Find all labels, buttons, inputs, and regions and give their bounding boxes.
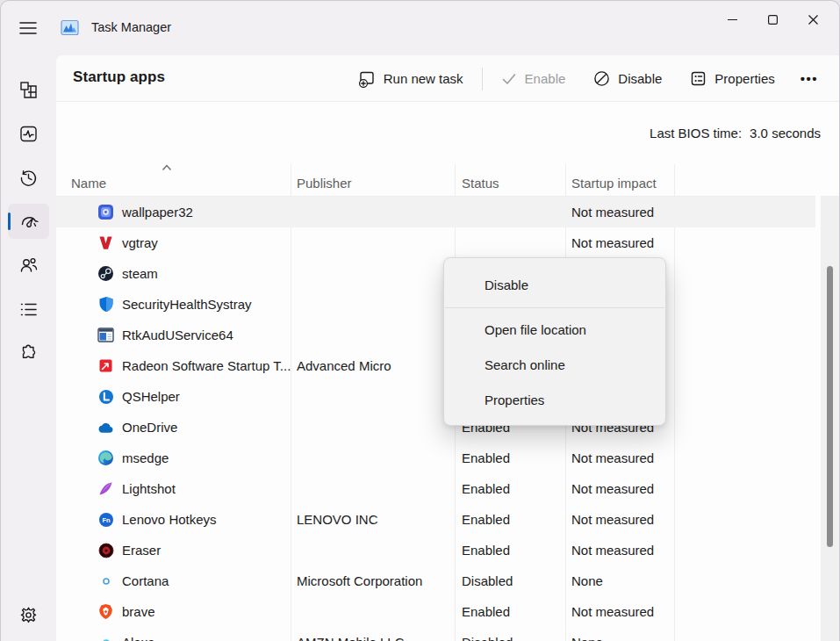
cell-startup-impact: Not measured [565, 205, 815, 220]
column-header-name[interactable]: Name [71, 176, 106, 191]
gear-icon [19, 606, 38, 624]
close-icon [808, 15, 818, 25]
properties-button[interactable]: Properties [680, 64, 784, 93]
table-row[interactable]: OneDriveEnabledNot measured [56, 412, 815, 443]
table-row[interactable]: steamNot measured [56, 258, 815, 289]
cell-name: OneDrive [56, 419, 291, 436]
sidebar-item-settings[interactable] [8, 597, 49, 632]
qshelper-icon [97, 388, 114, 405]
cell-startup-impact: Not measured [565, 512, 815, 527]
cell-name: Cortana [56, 573, 291, 589]
page-title: Startup apps [73, 68, 165, 86]
sort-ascending-icon [162, 164, 172, 171]
enable-button[interactable]: Enable [492, 65, 576, 93]
cell-status: Enabled [455, 604, 565, 619]
app-name: msedge [122, 450, 169, 465]
cell-name: brave [56, 603, 291, 620]
cell-status: Enabled [455, 543, 565, 558]
cell-status: Enabled [455, 481, 565, 496]
cell-startup-impact: Not measured [565, 543, 815, 558]
table-row[interactable]: msedgeEnabledNot measured [56, 443, 815, 473]
app-name: vgtray [122, 235, 158, 250]
sidebar-item-users[interactable] [8, 248, 49, 283]
table-row[interactable]: RtkAudUService64Not measured [56, 320, 815, 350]
run-new-task-button[interactable]: Run new task [348, 64, 473, 94]
brave-icon [97, 603, 114, 620]
cell-startup-impact: None [565, 573, 815, 588]
table-row[interactable]: FnLenovo HotkeysLENOVO INCEnabledNot mea… [56, 504, 815, 535]
sidebar-item-processes[interactable] [8, 72, 49, 107]
app-name: RtkAudUService64 [122, 328, 233, 342]
cell-publisher: Advanced Micro [291, 358, 455, 373]
cell-status: Enabled [455, 450, 565, 465]
lightshot-icon [97, 480, 114, 497]
context-menu-item-disable[interactable]: Disable [444, 268, 665, 303]
context-menu-item-properties[interactable]: Properties [444, 383, 665, 418]
hamburger-icon [19, 21, 37, 35]
table-row[interactable]: braveEnabledNot measured [56, 596, 815, 627]
onedrive-icon [97, 419, 114, 436]
sidebar-item-startup-apps[interactable] [8, 204, 49, 239]
cell-startup-impact: Not measured [565, 235, 815, 250]
app-name: OneDrive [122, 420, 177, 435]
selected-accent-bar [8, 212, 11, 230]
context-menu-item-open-file-location[interactable]: Open file location [444, 313, 665, 348]
column-header-impact[interactable]: Startup impact [571, 176, 657, 191]
more-options-button[interactable]: ••• [793, 66, 825, 91]
sidebar-item-details[interactable] [8, 292, 49, 327]
table-row[interactable]: AlexaAMZN Mobile LLCDisabledNone [56, 627, 815, 641]
task-manager-logo-icon [61, 18, 79, 37]
table-row[interactable]: wallpaper32Not measured [56, 197, 815, 227]
cell-publisher: AMZN Mobile LLC [291, 635, 455, 641]
last-bios-time: Last BIOS time: 3.0 seconds [650, 126, 821, 140]
table-row[interactable]: EraserEnabledNot measured [56, 535, 815, 565]
app-name: wallpaper32 [122, 205, 193, 220]
details-icon [19, 300, 38, 319]
last-bios-time-value: 3.0 seconds [750, 126, 821, 140]
cell-name: Alexa [56, 634, 291, 641]
cell-name: vgtray [56, 234, 291, 251]
app-history-icon [19, 169, 38, 187]
table-row[interactable]: SecurityHealthSystrayNot measured [56, 289, 815, 320]
vertical-scrollbar-track[interactable] [821, 196, 839, 641]
enable-check-icon [501, 71, 517, 87]
context-menu: DisableOpen file locationSearch onlinePr… [443, 257, 666, 426]
disable-button[interactable]: Disable [584, 64, 671, 93]
column-header-publisher[interactable]: Publisher [297, 176, 352, 191]
cortana-icon [97, 573, 114, 589]
app-name: Cortana [122, 573, 169, 588]
table-row[interactable]: CortanaMicrosoft CorporationDisabledNone [56, 565, 815, 596]
properties-icon [690, 70, 707, 87]
cell-name: wallpaper32 [56, 204, 291, 220]
startup-apps-table: wallpaper32Not measuredvgtrayNot measure… [56, 197, 815, 641]
sidebar-item-performance[interactable] [8, 116, 49, 151]
table-row[interactable]: LightshotEnabledNot measured [56, 473, 815, 504]
close-button[interactable] [793, 1, 833, 38]
cell-name: RtkAudUService64 [56, 327, 291, 343]
table-row[interactable]: vgtrayNot measured [56, 227, 815, 258]
app-name: QSHelper [122, 389, 180, 404]
table-header: Name Publisher Status Startup impact [56, 164, 815, 196]
app-name: Alexa [122, 635, 155, 641]
last-bios-time-label: Last BIOS time: [650, 126, 742, 140]
vertical-scrollbar-thumb[interactable] [827, 266, 833, 547]
sidebar-item-services[interactable] [8, 335, 49, 371]
disable-slash-icon [593, 70, 610, 87]
column-header-status[interactable]: Status [462, 176, 499, 191]
navigation-menu-button[interactable] [11, 13, 45, 43]
minimize-button[interactable] [712, 1, 752, 38]
table-row[interactable]: QSHelperEnabledNot measured [56, 381, 815, 412]
toolbar-separator [482, 68, 483, 90]
window-controls [712, 1, 833, 38]
maximize-button[interactable] [752, 1, 793, 38]
cell-status: Disabled [455, 573, 565, 588]
table-row[interactable]: Radeon Software Startup T...Advanced Mic… [56, 350, 815, 381]
run-new-task-label: Run new task [384, 71, 463, 86]
context-menu-item-search-online[interactable]: Search online [444, 348, 665, 383]
cell-status: Disabled [455, 635, 565, 641]
app-name: Lenovo Hotkeys [122, 512, 217, 527]
app-name: steam [122, 266, 158, 281]
performance-icon [19, 125, 38, 143]
processes-icon [19, 81, 38, 99]
sidebar-item-app-history[interactable] [8, 160, 49, 195]
